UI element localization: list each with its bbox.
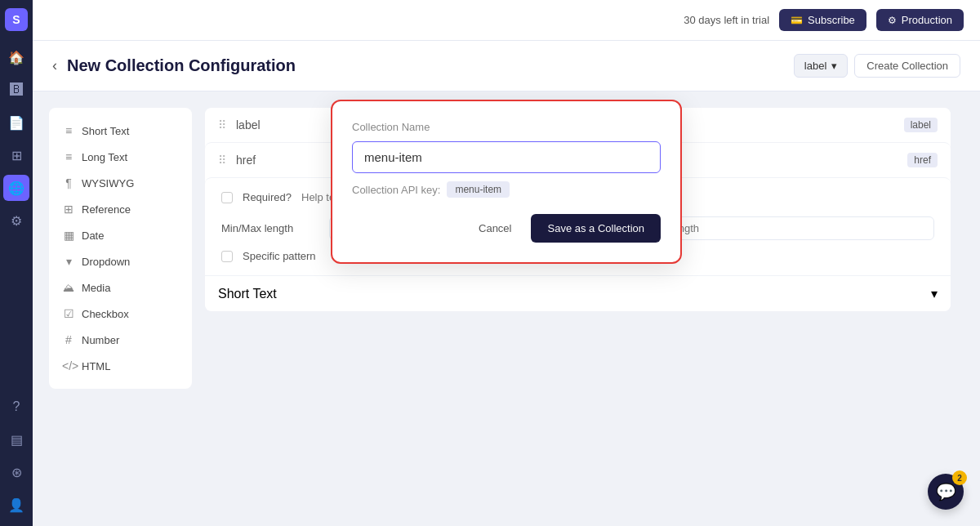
short-text-type-label: Short Text [218, 287, 277, 301]
sidebar-icon-stack[interactable]: ⊛ [3, 459, 29, 485]
drag-handle-label[interactable]: ⠿ [218, 118, 226, 132]
dropdown-icon: ▾ [62, 255, 75, 268]
field-item-wysiwyg[interactable]: ¶ WYSIWYG [49, 170, 192, 196]
sidebar-icon-users[interactable]: 👤 [3, 492, 29, 518]
save-collection-button[interactable]: Save as a Collection [531, 214, 661, 243]
field-item-checkbox[interactable]: ☑ Checkbox [49, 301, 192, 327]
media-icon: ⛰ [62, 281, 75, 294]
reference-icon: ⊞ [62, 203, 75, 216]
page-header: ‹ New Collection Configuration label ▾ C… [33, 41, 980, 91]
number-icon: # [62, 333, 75, 346]
short-text-icon: ≡ [62, 124, 75, 137]
sidebar-icon-collections[interactable]: 🌐 [3, 175, 29, 201]
field-item-media[interactable]: ⛰ Media [49, 274, 192, 301]
required-checkbox[interactable] [221, 192, 233, 203]
field-item-reference[interactable]: ⊞ Reference [49, 196, 192, 222]
html-icon: </> [62, 359, 75, 372]
page-header-right: label ▾ Create Collection [794, 54, 960, 78]
label-dropdown[interactable]: label ▾ [794, 54, 848, 78]
field-badge-label: label [904, 118, 938, 132]
trial-text: 30 days left in trial [684, 14, 769, 26]
field-item-date[interactable]: ▦ Date [49, 222, 192, 248]
content-area: ≡ Short Text ≡ Long Text ¶ WYSIWYG ⊞ Ref… [33, 91, 980, 526]
chat-button[interactable]: 💬 2 [928, 474, 964, 510]
required-label: Required? [243, 191, 292, 203]
app-logo: S [5, 8, 28, 31]
modal-api-badge: menu-item [447, 181, 510, 198]
collection-name-input[interactable] [352, 141, 661, 173]
cancel-button[interactable]: Cancel [467, 214, 523, 243]
collection-name-modal: Collection Name Collection API key: menu… [331, 100, 682, 264]
back-button[interactable]: ‹ [52, 57, 57, 74]
sidebar-icon-help[interactable]: ? [3, 394, 29, 420]
sidebar-icon-blog[interactable]: 🅱 [3, 77, 29, 103]
field-item-html[interactable]: </> HTML [49, 353, 192, 379]
sidebar-icon-home[interactable]: 🏠 [3, 44, 29, 70]
field-type-panel: ≡ Short Text ≡ Long Text ¶ WYSIWYG ⊞ Ref… [49, 108, 192, 389]
field-badge-href: href [907, 153, 938, 167]
sidebar-icon-layers[interactable]: ▤ [3, 426, 29, 452]
topbar: 30 days left in trial Subscribe Producti… [33, 0, 980, 41]
field-item-dropdown[interactable]: ▾ Dropdown [49, 248, 192, 274]
chevron-down-icon-type: ▾ [931, 286, 938, 301]
modal-api-label: Collection API key: [352, 184, 440, 196]
modal-api-row: Collection API key: menu-item [352, 181, 661, 198]
sidebar-icon-integrations[interactable]: ⚙ [3, 207, 29, 234]
page-title: New Collection Configuration [67, 56, 296, 75]
sidebar-icon-grid[interactable]: ⊞ [3, 142, 29, 168]
wysiwyg-icon: ¶ [62, 176, 75, 189]
production-button[interactable]: Production [876, 9, 964, 31]
date-icon: ▦ [62, 229, 75, 242]
main-content: 30 days left in trial Subscribe Producti… [33, 0, 980, 526]
create-collection-button[interactable]: Create Collection [854, 54, 960, 78]
sidebar-icon-pages[interactable]: 📄 [3, 109, 29, 136]
modal-title: Collection Name [352, 121, 661, 133]
chat-badge: 2 [952, 470, 967, 485]
checkbox-icon: ☑ [62, 307, 75, 320]
minmax-label: Min/Max length [221, 222, 319, 234]
chat-icon: 💬 [936, 482, 956, 501]
page-header-left: ‹ New Collection Configuration [52, 56, 296, 75]
field-item-number[interactable]: # Number [49, 327, 192, 353]
specific-pattern-label: Specific pattern [243, 250, 316, 262]
chevron-down-icon: ▾ [831, 60, 837, 72]
sidebar: S 🏠 🅱 📄 ⊞ 🌐 ⚙ ? ▤ ⊛ 👤 [0, 0, 33, 526]
short-text-bar: Short Text ▾ [205, 275, 951, 311]
field-item-short-text[interactable]: ≡ Short Text [49, 118, 192, 144]
field-item-long-text[interactable]: ≡ Long Text [49, 144, 192, 170]
specific-pattern-checkbox[interactable] [221, 251, 233, 262]
modal-buttons: Cancel Save as a Collection [352, 214, 661, 243]
drag-handle-href[interactable]: ⠿ [218, 154, 226, 167]
subscribe-button[interactable]: Subscribe [779, 9, 866, 31]
long-text-icon: ≡ [62, 150, 75, 163]
